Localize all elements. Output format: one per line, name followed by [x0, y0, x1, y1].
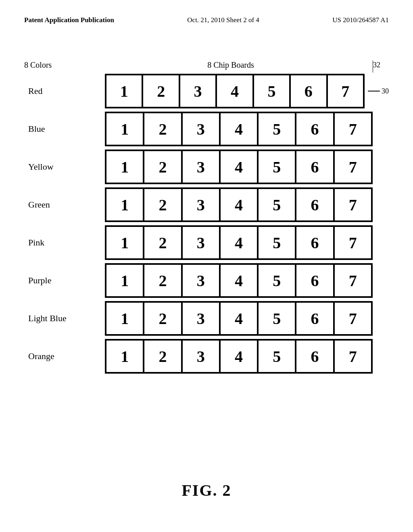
ref-32-label: 32: [373, 61, 380, 69]
chip-cell-yellow-7: 7: [334, 150, 372, 183]
color-row-blue: Blue 1 2 3 4 5 6 7: [24, 112, 389, 146]
color-label-green: Green: [24, 200, 105, 210]
chip-cell-red-3: 3: [179, 75, 216, 108]
chip-board-blue: 1 2 3 4 5 6 7: [105, 112, 373, 146]
chip-cell-blue-4: 4: [220, 112, 258, 145]
chip-cell-yellow-1: 1: [106, 150, 144, 183]
chip-cell-red-7: 7: [327, 75, 364, 108]
chip-cell-lightblue-4: 4: [220, 302, 258, 335]
chip-cell-pink-7: 7: [334, 226, 372, 259]
chip-cell-pink-3: 3: [182, 226, 220, 259]
color-label-blue: Blue: [24, 124, 105, 134]
chip-cell-orange-7: 7: [334, 340, 372, 373]
ref-32-container: 32: [357, 61, 389, 69]
chip-cell-yellow-5: 5: [258, 150, 296, 183]
chip-cell-green-4: 4: [220, 188, 258, 221]
chip-board-yellow: 1 2 3 4 5 6 7: [105, 150, 373, 184]
chip-cell-orange-1: 1: [106, 340, 144, 373]
chip-cell-green-3: 3: [182, 188, 220, 221]
color-label-purple: Purple: [24, 275, 105, 286]
chip-cell-yellow-6: 6: [296, 150, 334, 183]
chip-cell-blue-1: 1: [106, 112, 144, 145]
color-label-pink: Pink: [24, 237, 105, 248]
chip-cell-blue-3: 3: [182, 112, 220, 145]
chip-cell-red-1: 1: [106, 75, 142, 108]
chip-board-light-blue: 1 2 3 4 5 6 7: [105, 301, 373, 336]
chip-cell-green-1: 1: [106, 188, 144, 221]
chip-cell-purple-5: 5: [258, 264, 296, 297]
chip-board-green: 1 2 3 4 5 6 7: [105, 187, 373, 222]
chip-cell-pink-2: 2: [144, 226, 181, 259]
chip-cell-purple-6: 6: [296, 264, 334, 297]
chip-cell-red-6: 6: [290, 75, 327, 108]
chip-cell-orange-5: 5: [258, 340, 296, 373]
page-header: Patent Application Publication Oct. 21, …: [0, 16, 413, 24]
chip-cell-orange-2: 2: [144, 340, 181, 373]
header-patent-number: US 2010/264587 A1: [332, 16, 389, 24]
color-label-yellow: Yellow: [24, 162, 105, 172]
chip-cell-orange-3: 3: [182, 340, 220, 373]
chip-board-red: 1 2 3 4 5 6 7: [105, 74, 365, 108]
color-row-orange: Orange 1 2 3 4 5 6 7: [24, 339, 389, 374]
chip-boards-column-header: 8 Chip Boards: [105, 60, 357, 70]
chip-cell-pink-1: 1: [106, 226, 144, 259]
chip-cell-yellow-4: 4: [220, 150, 258, 183]
chip-cell-yellow-2: 2: [144, 150, 181, 183]
chip-cell-purple-7: 7: [334, 264, 372, 297]
color-row-yellow: Yellow 1 2 3 4 5 6 7: [24, 150, 389, 184]
chip-cell-lightblue-2: 2: [144, 302, 181, 335]
chip-cell-lightblue-3: 3: [182, 302, 220, 335]
chip-cell-red-4: 4: [216, 75, 253, 108]
chip-cell-lightblue-1: 1: [106, 302, 144, 335]
chip-cell-blue-5: 5: [258, 112, 296, 145]
chip-cell-green-5: 5: [258, 188, 296, 221]
chip-board-purple: 1 2 3 4 5 6 7: [105, 263, 373, 298]
chip-board-orange: 1 2 3 4 5 6 7: [105, 339, 373, 374]
chip-cell-orange-6: 6: [296, 340, 334, 373]
chip-cell-pink-5: 5: [258, 226, 296, 259]
ref-30-container: 30: [368, 87, 389, 96]
chip-cell-purple-2: 2: [144, 264, 181, 297]
color-label-light-blue: Light Blue: [24, 313, 105, 324]
chip-cell-green-2: 2: [144, 188, 181, 221]
header-date-sheet: Oct. 21, 2010 Sheet 2 of 4: [187, 16, 259, 24]
chip-cell-pink-6: 6: [296, 226, 334, 259]
color-row-light-blue: Light Blue 1 2 3 4 5 6 7: [24, 301, 389, 336]
chip-cell-blue-2: 2: [144, 112, 181, 145]
chip-cell-red-2: 2: [142, 75, 179, 108]
ref-30-line: [368, 91, 380, 91]
chip-cell-pink-4: 4: [220, 226, 258, 259]
color-row-pink: Pink 1 2 3 4 5 6 7: [24, 225, 389, 260]
chip-cell-orange-4: 4: [220, 340, 258, 373]
chip-cell-yellow-3: 3: [182, 150, 220, 183]
main-content: 8 Colors 8 Chip Boards 32 Red 1 2 3 4 5 …: [24, 60, 389, 377]
chip-cell-lightblue-7: 7: [334, 302, 372, 335]
chip-cell-lightblue-6: 6: [296, 302, 334, 335]
header-publication-label: Patent Application Publication: [24, 16, 114, 24]
color-row-purple: Purple 1 2 3 4 5 6 7: [24, 263, 389, 298]
ref-30-label: 30: [382, 87, 389, 96]
color-label-red: Red: [24, 86, 105, 96]
chip-cell-blue-6: 6: [296, 112, 334, 145]
ref-32-line: [373, 60, 373, 73]
chip-board-pink: 1 2 3 4 5 6 7: [105, 225, 373, 260]
chip-cell-green-7: 7: [334, 188, 372, 221]
chip-cell-blue-7: 7: [334, 112, 372, 145]
color-row-green: Green 1 2 3 4 5 6 7: [24, 187, 389, 222]
chip-cell-purple-3: 3: [182, 264, 220, 297]
column-headers-row: 8 Colors 8 Chip Boards 32: [24, 60, 389, 70]
chip-cell-green-6: 6: [296, 188, 334, 221]
color-row-red: Red 1 2 3 4 5 6 7 30: [24, 74, 389, 108]
figure-caption: FIG. 2: [0, 481, 413, 500]
chip-cell-purple-1: 1: [106, 264, 144, 297]
chip-cell-purple-4: 4: [220, 264, 258, 297]
color-label-orange: Orange: [24, 351, 105, 362]
colors-column-header: 8 Colors: [24, 60, 105, 70]
chip-cell-lightblue-5: 5: [258, 302, 296, 335]
chip-cell-red-5: 5: [253, 75, 290, 108]
